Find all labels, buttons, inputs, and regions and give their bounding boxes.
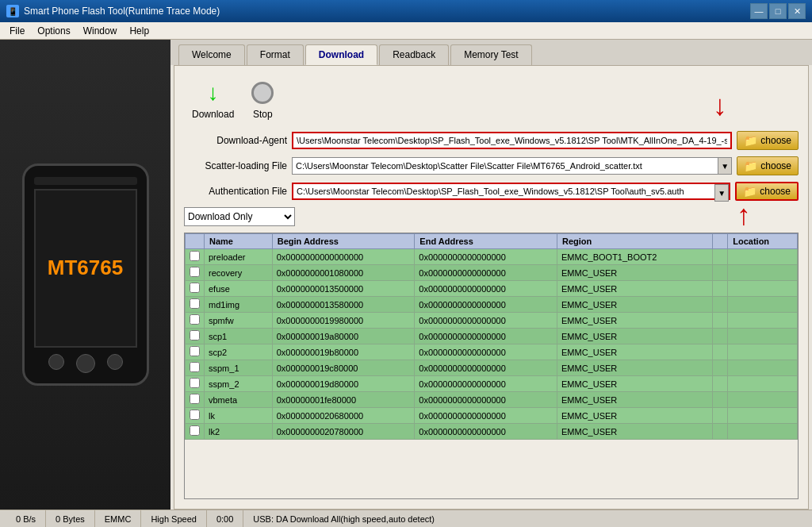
title-bar-left: 📱 Smart Phone Flash Tool(Runtime Trace M… xyxy=(6,5,220,17)
status-connection: High Speed xyxy=(141,510,207,527)
row-name: spmfw xyxy=(205,313,273,329)
row-location xyxy=(728,265,798,281)
row-name: sspm_2 xyxy=(205,376,273,392)
main-layout: MT6765 Welcome Format Download Readback … xyxy=(0,40,812,510)
time-value: 0:00 xyxy=(216,514,233,524)
menu-options[interactable]: Options xyxy=(31,24,76,38)
phone-panel: MT6765 xyxy=(0,40,170,510)
row-region: EMMC_USER xyxy=(557,408,712,424)
row-extra xyxy=(712,392,727,408)
row-checkbox[interactable] xyxy=(190,394,200,404)
tab-welcome[interactable]: Welcome xyxy=(178,44,245,65)
phone-model: MT6765 xyxy=(48,256,123,280)
row-name: scp1 xyxy=(205,329,273,344)
tab-readback[interactable]: Readback xyxy=(379,44,449,65)
row-name: preloader xyxy=(205,249,273,265)
speed-value: 0 B/s xyxy=(16,514,36,524)
row-end: 0x0000000000000000 xyxy=(415,408,557,424)
minimize-button[interactable]: — xyxy=(750,3,768,19)
menu-bar: File Options Window Help xyxy=(0,22,812,40)
scatter-loading-input[interactable] xyxy=(292,157,718,175)
download-agent-input[interactable] xyxy=(292,132,732,149)
download-agent-row: Download-Agent 📁 choose xyxy=(184,131,799,150)
row-region: EMMC_USER xyxy=(557,360,712,376)
row-checkbox[interactable] xyxy=(190,378,200,388)
row-checkbox-cell xyxy=(186,344,205,360)
table-row: lk 0x0000000020680000 0x0000000000000000… xyxy=(186,408,798,424)
row-end: 0x0000000000000000 xyxy=(415,281,557,297)
tab-memory-test[interactable]: Memory Test xyxy=(450,44,531,65)
bytes-value: 0 Bytes xyxy=(56,514,85,524)
row-begin: 0x0000000019980000 xyxy=(272,313,415,329)
annotation-arrow-down: ↓ xyxy=(713,91,727,120)
row-checkbox[interactable] xyxy=(190,267,200,277)
col-begin: Begin Address xyxy=(272,234,415,249)
col-name: Name xyxy=(205,234,273,249)
choose-label-3: choose xyxy=(760,186,791,197)
row-begin: 0x00000001fe80000 xyxy=(272,392,415,408)
scatter-dropdown-btn[interactable]: ▼ xyxy=(718,157,732,175)
row-begin: 0x0000000001080000 xyxy=(272,265,415,281)
row-name: efuse xyxy=(205,281,273,297)
close-button[interactable]: ✕ xyxy=(788,3,806,19)
phone-btn-back xyxy=(48,354,64,370)
download-button[interactable]: ↓ Download xyxy=(192,80,234,120)
menu-help[interactable]: Help xyxy=(123,24,155,38)
content-area: ↓ Download Stop ↓ Download-Agent xyxy=(174,65,809,510)
row-checkbox[interactable] xyxy=(190,251,200,261)
mode-select[interactable]: Download Only Firmware Upgrade Factory D… xyxy=(184,207,295,226)
restore-button[interactable]: □ xyxy=(769,3,787,19)
stop-button[interactable]: Stop xyxy=(250,80,275,120)
menu-window[interactable]: Window xyxy=(77,24,124,38)
row-checkbox[interactable] xyxy=(190,330,200,340)
content-panel: Welcome Format Download Readback Memory … xyxy=(170,40,812,510)
tab-download[interactable]: Download xyxy=(305,44,377,65)
row-checkbox[interactable] xyxy=(190,283,200,293)
row-end: 0x0000000000000000 xyxy=(415,360,557,376)
row-checkbox[interactable] xyxy=(190,298,200,309)
status-storage: EMMC xyxy=(95,510,142,527)
table-scroll[interactable]: Name Begin Address End Address Region Lo… xyxy=(185,233,798,440)
auth-file-input[interactable] xyxy=(293,184,714,198)
row-location xyxy=(728,360,798,376)
row-checkbox[interactable] xyxy=(190,410,200,420)
row-region: EMMC_USER xyxy=(557,344,712,360)
row-checkbox[interactable] xyxy=(190,314,200,325)
row-checkbox-cell xyxy=(186,265,205,281)
tab-format[interactable]: Format xyxy=(247,44,304,65)
row-end: 0x0000000000000000 xyxy=(415,265,557,281)
row-checkbox-cell xyxy=(186,329,205,344)
row-location xyxy=(728,249,798,265)
row-name: md1img xyxy=(205,297,273,313)
row-begin: 0x0000000020780000 xyxy=(272,424,415,440)
row-location xyxy=(728,408,798,424)
row-region: EMMC_USER xyxy=(557,313,712,329)
auth-file-row: Authentication File ▼ 📁 choose ↑ xyxy=(184,182,799,201)
row-checkbox-cell xyxy=(186,249,205,265)
folder-icon-3: 📁 xyxy=(743,185,756,198)
title-bar: 📱 Smart Phone Flash Tool(Runtime Trace M… xyxy=(0,0,812,22)
row-extra xyxy=(712,249,727,265)
col-end: End Address xyxy=(415,234,557,249)
table-row: preloader 0x0000000000000000 0x000000000… xyxy=(186,249,798,265)
row-end: 0x0000000000000000 xyxy=(415,313,557,329)
status-time: 0:00 xyxy=(207,510,243,527)
col-region: Region xyxy=(557,234,712,249)
status-bar: 0 B/s 0 Bytes EMMC High Speed 0:00 USB: … xyxy=(0,510,812,527)
auth-dropdown-btn[interactable]: ▼ xyxy=(714,184,729,202)
phone-btn-menu xyxy=(107,354,123,370)
row-checkbox-cell xyxy=(186,313,205,329)
choose-scatter-button[interactable]: 📁 choose xyxy=(737,156,799,175)
row-checkbox[interactable] xyxy=(190,346,200,356)
connection-value: High Speed xyxy=(151,514,197,524)
row-checkbox[interactable] xyxy=(190,425,200,436)
row-extra xyxy=(712,313,727,329)
row-begin: 0x0000000013500000 xyxy=(272,281,415,297)
app-icon: 📱 xyxy=(6,5,19,17)
row-name: lk xyxy=(205,408,273,424)
col-arrow xyxy=(712,234,727,249)
menu-file[interactable]: File xyxy=(3,24,31,38)
folder-icon-1: 📁 xyxy=(744,134,757,147)
row-checkbox[interactable] xyxy=(190,362,200,372)
choose-download-agent-button[interactable]: 📁 choose xyxy=(737,131,799,150)
